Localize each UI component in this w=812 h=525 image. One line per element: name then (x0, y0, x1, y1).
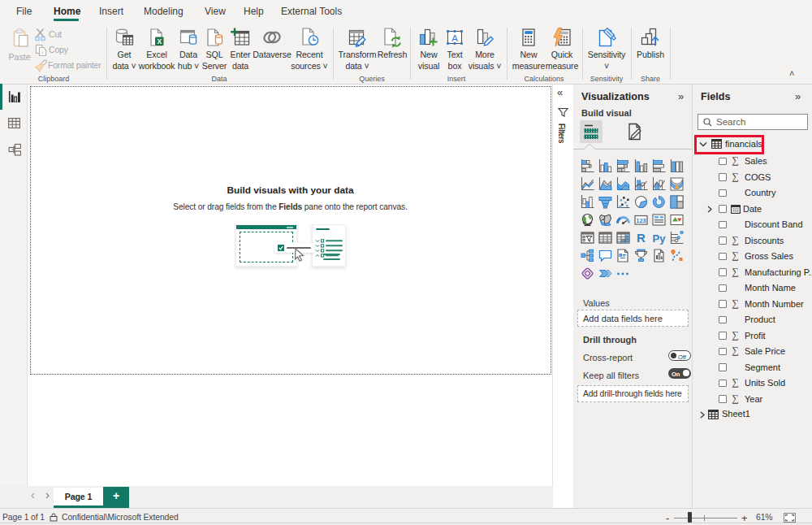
svg-text:Py: Py (652, 232, 665, 244)
svg-text:R: R (637, 231, 646, 245)
svg-text:123: 123 (636, 216, 646, 223)
